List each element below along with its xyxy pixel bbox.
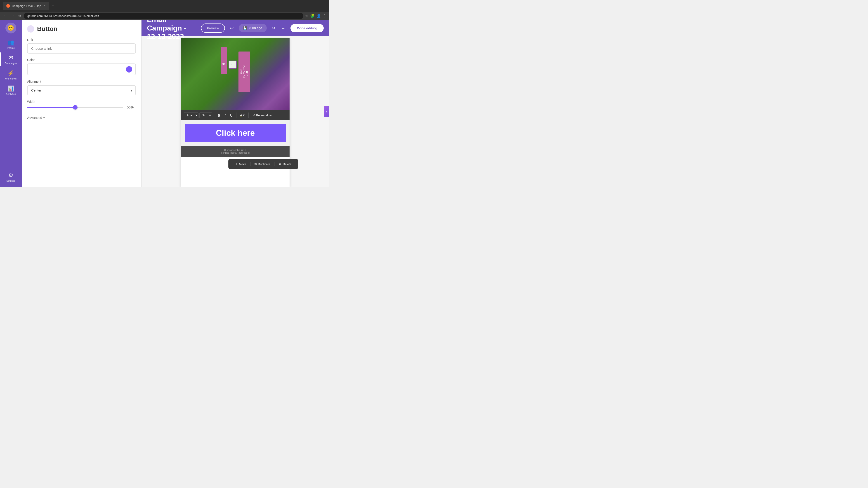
floating-toolbar: ✛ Move ⧉ Duplicate 🗑 Delete [228, 159, 298, 169]
font-select[interactable]: Arial [184, 112, 198, 119]
email-cta-wrapper: Click here [181, 120, 289, 146]
color-picker-trigger[interactable]: #7b59fb [27, 64, 136, 75]
personalize-icon: ⇄ [253, 113, 255, 117]
underline-button[interactable]: U [228, 112, 235, 118]
width-field-group: Width 50% [27, 100, 136, 109]
app-wrapper: 😊 👥 People ✉ Campaigns ⚡ Workflows 📊 [0, 20, 329, 187]
font-size-select[interactable]: 34 [199, 112, 212, 119]
bold-button[interactable]: B [216, 112, 222, 118]
width-label: Width [27, 100, 136, 103]
account-icon[interactable]: 👤 [316, 14, 321, 18]
color-value-input[interactable]: #7b59fb [31, 68, 126, 71]
width-slider[interactable] [27, 107, 123, 108]
link-label: Link [27, 38, 136, 41]
advanced-label: Advanced [27, 116, 42, 120]
logo-icon: 😊 [7, 25, 14, 31]
email-image-overlay: 行者滝 ← 不動滝までFudo Taki Fall100m [221, 47, 250, 92]
panel-back-button[interactable]: ← [27, 25, 34, 33]
sign-post-2: 不動滝までFudo Taki Fall100m [239, 52, 250, 92]
back-nav-button[interactable]: ← [3, 13, 8, 19]
advanced-chevron-icon: ▾ [43, 116, 45, 120]
footer-address: {{ inline_postal_address }} [185, 151, 286, 154]
sidebar-item-wrapper-workflows: ⚡ Workflows [0, 68, 22, 82]
link-field-group: Link [27, 38, 136, 54]
tab-favicon [6, 4, 10, 8]
move-button[interactable]: ✛ Move [232, 161, 249, 167]
sign-post-1: 行者滝 [221, 47, 227, 74]
sidebar-label-people: People [7, 46, 15, 49]
extensions-icon[interactable]: 🧩 [310, 14, 315, 18]
tab-close-button[interactable]: × [44, 4, 45, 7]
color-label: Color [27, 58, 136, 62]
editor-toolbar: Arial 34 B I U A ▾ ⇄ [181, 110, 289, 120]
sidebar-label-campaigns: Campaigns [4, 62, 17, 65]
redo-button[interactable]: ↪ [270, 24, 277, 32]
color-field-group: Color #7b59fb [27, 58, 136, 75]
sidebar-item-wrapper-campaigns: ✉ Campaigns [0, 53, 22, 67]
alignment-select-wrapper: Left Center Right [27, 85, 136, 95]
menu-icon[interactable]: ⋮ [323, 14, 327, 18]
move-icon: ✛ [235, 162, 238, 166]
main-content: Email Campaign - 12-13-2023 Preview ↩ 💾 … [142, 20, 329, 187]
sidebar-item-wrapper-people: 👥 People [0, 37, 22, 52]
duplicate-label: Duplicate [258, 162, 270, 166]
sidebar-item-campaigns[interactable]: ✉ Campaigns [0, 53, 22, 67]
alignment-field-group: Alignment Left Center Right [27, 80, 136, 95]
text-color-button[interactable]: A ▾ [238, 112, 247, 118]
panel-header: ← Button [27, 25, 136, 33]
settings-icon: ⚙ [8, 172, 13, 178]
advanced-button[interactable]: Advanced ▾ [27, 113, 45, 121]
link-input[interactable] [27, 43, 136, 54]
delete-button[interactable]: 🗑 Delete [275, 161, 294, 167]
alignment-label: Alignment [27, 80, 136, 84]
sidebar-item-workflows[interactable]: ⚡ Workflows [0, 68, 22, 82]
italic-button[interactable]: I [223, 112, 227, 118]
panel-title: Button [37, 25, 57, 33]
forward-nav-button[interactable]: → [10, 13, 16, 19]
new-tab-button[interactable]: + [52, 3, 55, 8]
text-color-icon: A [240, 113, 242, 117]
save-icon: 💾 [243, 26, 247, 30]
save-indicator: 💾 < 1m ago [239, 24, 267, 32]
bookmark-icon[interactable]: ☆ [305, 14, 308, 18]
sidebar-label-analytics: Analytics [6, 93, 16, 95]
browser-nav: ← → ↻ ☆ 🧩 👤 ⋮ [0, 12, 329, 20]
alignment-select[interactable]: Left Center Right [27, 85, 136, 95]
email-footer: {{ unsubscribe_url }} {{ inline_postal_a… [181, 146, 289, 157]
save-label: < 1m ago [249, 26, 262, 30]
duplicate-button[interactable]: ⧉ Duplicate [251, 161, 273, 167]
scroll-right-arrow[interactable]: › [324, 106, 329, 117]
toolbar-divider-3 [248, 112, 249, 118]
email-canvas: 行者滝 ← 不動滝までFudo Taki Fall100m Arial 34 B [142, 36, 329, 187]
done-editing-button[interactable]: Done editing [290, 24, 324, 32]
width-slider-row: 50% [27, 105, 136, 109]
sidebar-item-people[interactable]: 👥 People [0, 37, 22, 52]
email-cta-button[interactable]: Click here [185, 124, 286, 142]
sidebar-item-settings[interactable]: ⚙ Settings [0, 170, 22, 184]
address-bar[interactable] [24, 13, 303, 19]
sidebar: 😊 👥 People ✉ Campaigns ⚡ Workflows 📊 [0, 20, 22, 187]
sidebar-item-wrapper-analytics: 📊 Analytics [0, 83, 22, 98]
duplicate-icon: ⧉ [254, 162, 256, 166]
personalize-label: Personalize [256, 113, 272, 117]
preview-button[interactable]: Preview [201, 24, 225, 33]
sidebar-item-analytics[interactable]: 📊 Analytics [0, 83, 22, 98]
browser-tab[interactable]: Campaign Email · Drip × [3, 2, 49, 10]
tab-title: Campaign Email · Drip [12, 4, 41, 8]
active-indicator [0, 53, 1, 66]
text-color-arrow-icon: ▾ [243, 113, 245, 117]
color-swatch [126, 66, 132, 72]
sidebar-label-workflows: Workflows [5, 77, 17, 80]
delete-icon: 🗑 [278, 162, 281, 166]
back-arrow-icon: ← [29, 27, 33, 31]
personalize-button[interactable]: ⇄ Personalize [250, 113, 274, 118]
more-options-button[interactable]: ··· [281, 24, 287, 32]
top-bar: Email Campaign - 12-13-2023 Preview ↩ 💾 … [142, 20, 329, 36]
undo-button[interactable]: ↩ [228, 24, 235, 32]
logo[interactable]: 😊 [5, 23, 16, 33]
workflows-icon: ⚡ [7, 70, 14, 76]
reload-button[interactable]: ↻ [17, 13, 22, 19]
sidebar-item-wrapper-settings: ⚙ Settings [0, 170, 22, 184]
arrow-sign: ← [228, 61, 237, 69]
width-value: 50% [127, 105, 136, 109]
